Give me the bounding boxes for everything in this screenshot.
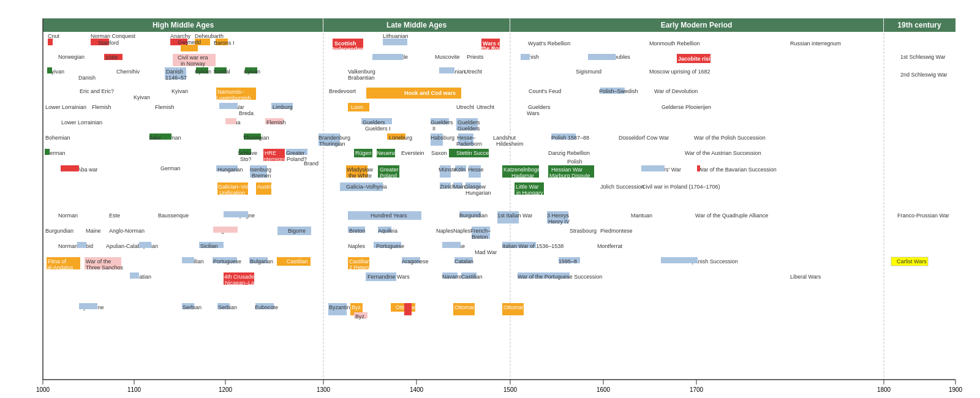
label-serbian: Serbian bbox=[183, 304, 202, 310]
label-utrecht-row5b: Utrecht bbox=[477, 104, 495, 110]
label-suzdal: Suzdal bbox=[213, 69, 230, 75]
label-kyivan-3: Kyivan bbox=[244, 69, 260, 75]
label-1595-8: 1595–8 bbox=[559, 258, 577, 265]
x-label-1400: 1400 bbox=[410, 386, 424, 393]
label-bremen: Bremen bbox=[252, 173, 271, 179]
label-war-austrian-succession: War of the Austrian Succession bbox=[685, 150, 761, 156]
label-ottoman-right: Ottoman bbox=[454, 304, 476, 310]
label-everstein: Everstein bbox=[401, 150, 424, 156]
label-eubocote: Eubocote bbox=[255, 304, 278, 310]
label-war-bavarian: War of the Bavarian Succession bbox=[698, 167, 777, 173]
label-castilian-orange: Castilian bbox=[287, 258, 308, 265]
label-in-hungary: in Hungary bbox=[516, 190, 543, 196]
label-austrian: Austrian bbox=[257, 184, 277, 190]
bar-byzantine-left bbox=[79, 303, 97, 309]
bar-champagne bbox=[224, 211, 248, 217]
label-1088: 1088 bbox=[105, 54, 118, 61]
x-label-1600: 1600 bbox=[597, 386, 611, 393]
label-isenburg: Isenburg bbox=[250, 167, 271, 173]
label-bulgarian: Bulgarian bbox=[250, 258, 273, 265]
label-kyivan-row4b: Kyivan bbox=[172, 88, 188, 94]
label-byzantine-row16: Byzantine bbox=[329, 304, 353, 310]
label-german-lower: German bbox=[160, 165, 181, 171]
label-rugen: Rügen bbox=[355, 150, 372, 156]
label-polish-swedish: Polish–Swedish bbox=[599, 88, 638, 94]
label-utrecht-row5a: Utrecht bbox=[456, 104, 475, 110]
bar-peter-aba bbox=[61, 165, 79, 171]
bar-lithuanian-1 bbox=[383, 39, 407, 45]
label-danish-1146: Danish bbox=[166, 69, 183, 75]
label-guelders-right: Guelders bbox=[458, 119, 480, 126]
label-norman-conquest: Norman Conquest bbox=[91, 33, 136, 39]
bar-golden-horde bbox=[372, 54, 403, 60]
label-neuenahr: Neuenahr bbox=[377, 150, 401, 156]
label-loon: Loon bbox=[351, 104, 363, 110]
label-chernihiv: Chernihiv bbox=[116, 69, 140, 75]
label-wyatts-rebellion: Wyatt's Rebellion bbox=[528, 40, 570, 47]
bar-milanese bbox=[442, 242, 461, 248]
x-label-1100: 1100 bbox=[127, 386, 141, 393]
label-andalus: al-Andalus bbox=[47, 265, 74, 271]
label-war-three-sanchos: War of the bbox=[86, 258, 111, 265]
label-french: French– bbox=[470, 228, 491, 234]
bar-kyivan-1 bbox=[47, 67, 52, 73]
label-monmouth-rebellion: Monmouth Rebellion bbox=[649, 40, 700, 47]
label-nicaean-latin: Nicaean–Latin bbox=[225, 280, 260, 286]
bar-nine-years bbox=[641, 165, 665, 171]
x-label-1900: 1900 bbox=[949, 386, 963, 393]
x-label-1300: 1300 bbox=[317, 386, 331, 393]
label-counts-feud: Count's Feud bbox=[529, 88, 561, 94]
label-catalan: Catalan bbox=[454, 258, 473, 265]
label-guelders-ii-b: II bbox=[432, 126, 435, 132]
label-fitna: Fitna of bbox=[48, 258, 67, 265]
label-koln: Köln bbox=[454, 167, 466, 173]
label-thuringian: Thuringian bbox=[243, 135, 270, 141]
label-montferrat: Montferrat bbox=[597, 243, 623, 249]
bar-danish-row2 bbox=[521, 54, 530, 60]
label-russian-interregnum: Russian interregnum bbox=[790, 40, 841, 47]
label-henry-iv: Henry IV bbox=[548, 219, 570, 225]
bar-castilian bbox=[182, 257, 194, 263]
label-schlave: Schlave bbox=[238, 150, 257, 156]
era-high-middle-ages-label: High Middle Ages bbox=[153, 21, 214, 29]
x-label-1200: 1200 bbox=[219, 386, 233, 393]
label-danzig: Danzig Rebellion bbox=[548, 150, 590, 156]
label-italian-war-1536: Italian War of 1536–1538 bbox=[502, 243, 564, 249]
bar-angevin bbox=[213, 227, 238, 233]
label-portuguese: Portuguese bbox=[213, 258, 241, 265]
label-ottoman-far-right: Ottoman bbox=[503, 304, 525, 310]
label-franco-prussian: Franco-Prussian War bbox=[897, 212, 949, 219]
era-19th-century-label: 19th century bbox=[897, 21, 941, 29]
bar-ottoman-red bbox=[404, 303, 412, 315]
label-moscow-uprising: Moscow uprising of 1682 bbox=[649, 69, 710, 75]
label-4th-crusade: 4th Crusade bbox=[224, 274, 254, 280]
bar-lithuanian-row3 bbox=[439, 67, 454, 73]
label-bigorre: Bigorre bbox=[288, 228, 306, 234]
bar-gwynedd bbox=[181, 45, 198, 51]
label-war-polish-succession: War of the Polish Succession bbox=[694, 135, 766, 141]
bar-cnut bbox=[48, 39, 53, 45]
label-castilian-2p1: Castilian bbox=[349, 258, 371, 265]
label-stettin: Stettin Succession bbox=[456, 150, 502, 156]
bar-apulian bbox=[139, 242, 151, 248]
label-lower-lorrainian-2: Lower Lorrainian bbox=[61, 119, 102, 126]
timeline-chart: High Middle Ages Late Middle Ages Early … bbox=[0, 0, 980, 398]
label-guelders-i: Guelders I bbox=[365, 126, 391, 132]
bar-german-row7 bbox=[160, 133, 172, 140]
label-piedmontese: Piedmontese bbox=[600, 228, 633, 234]
label-gelderse: Gelderse Plooierijen bbox=[662, 104, 711, 110]
label-sigismund: Sigismund bbox=[576, 69, 601, 75]
label-guelders-block: Guelders bbox=[363, 119, 385, 126]
label-saxon: Saxon bbox=[431, 150, 447, 156]
label-civil-war-poland: Civil war in Poland (1704–1706) bbox=[642, 184, 720, 190]
label-carlist-wars: Carlist Wars bbox=[897, 258, 927, 265]
label-stanford: Stanford bbox=[98, 40, 119, 46]
label-polish-1587: Polish 1587–88 bbox=[551, 135, 589, 141]
bar-time-of-troubles bbox=[588, 54, 616, 60]
label-three-sanchos: Three Sanchos bbox=[86, 265, 124, 271]
bar-war-spanish-succession bbox=[661, 257, 698, 263]
label-namurois: Namurois– bbox=[217, 89, 244, 95]
label-kyivan-row4: Kyivan bbox=[134, 94, 150, 100]
label-norman-row13: Norman bbox=[58, 243, 78, 249]
label-hungarian2: Hungarian bbox=[466, 190, 491, 196]
